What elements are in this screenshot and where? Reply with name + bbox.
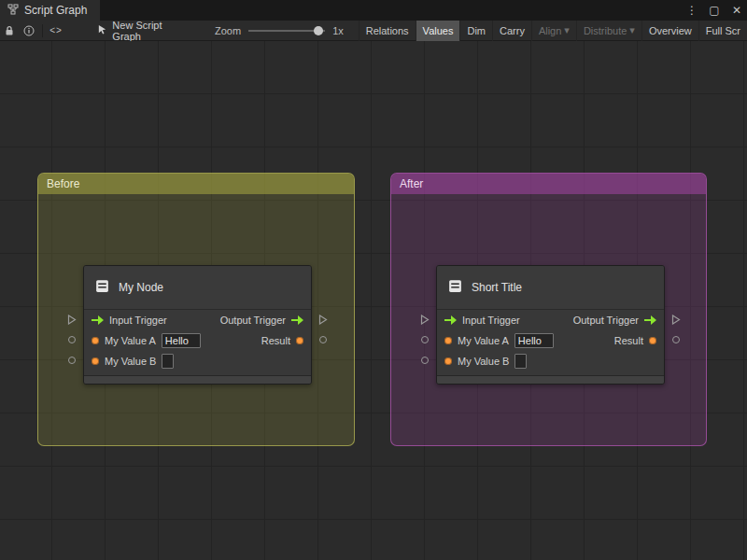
graph-cursor-icon — [97, 24, 107, 36]
output-trigger-port[interactable] — [318, 315, 328, 325]
input-trigger[interactable]: Input Trigger — [92, 315, 167, 326]
zoom-control: Zoom 1x — [215, 25, 344, 36]
value-b[interactable]: My Value B — [444, 354, 527, 369]
value-b[interactable]: My Value B — [92, 354, 174, 369]
node-footer — [437, 375, 664, 384]
lock-icon[interactable] — [0, 21, 19, 41]
value-a-port[interactable] — [421, 336, 429, 343]
chevron-down-icon: ▾ — [564, 24, 570, 36]
value-port-icon — [444, 337, 452, 344]
relations-button[interactable]: Relations — [359, 21, 416, 41]
node-title: My Node — [119, 281, 163, 294]
port-row-value-b: My Value B — [437, 351, 664, 371]
close-icon[interactable]: ✕ — [730, 4, 743, 17]
trigger-arrow-icon — [92, 315, 104, 325]
result[interactable]: Result — [261, 335, 303, 346]
value-a-port[interactable] — [68, 336, 76, 343]
output-trigger[interactable]: Output Trigger — [220, 315, 303, 326]
fullscreen-button[interactable]: Full Scr — [698, 21, 747, 41]
port-label: My Value B — [458, 356, 509, 367]
tab-script-graph[interactable]: Script Graph — [0, 0, 100, 21]
group-after[interactable]: After Short Title — [390, 173, 707, 446]
port-row-triggers: Input Trigger Output Trigger — [84, 310, 311, 330]
value-port-icon — [296, 337, 303, 344]
value-b-input[interactable] — [162, 354, 174, 369]
distribute-label: Distribute — [584, 25, 627, 36]
distribute-button[interactable]: Distribute ▾ — [576, 21, 641, 41]
port-label: Output Trigger — [573, 315, 639, 326]
toolbar-buttons: Relations Values Dim Carry Align ▾ Distr… — [359, 21, 747, 41]
node-short-title[interactable]: Short Title Input Trigger Output Trigger — [436, 265, 665, 385]
node-header[interactable]: Short Title — [437, 266, 664, 310]
chevron-down-icon: ▾ — [629, 24, 635, 36]
input-trigger-port[interactable] — [420, 315, 430, 325]
node-header[interactable]: My Node — [84, 266, 311, 310]
node-ports: Input Trigger Output Trigger My Valu — [84, 310, 311, 371]
trigger-arrow-icon — [444, 315, 457, 325]
unit-icon — [447, 278, 463, 298]
zoom-label: Zoom — [215, 25, 241, 36]
carry-button[interactable]: Carry — [492, 21, 531, 41]
port-label: Result — [614, 335, 643, 346]
toolbar-separator — [42, 24, 43, 37]
value-a[interactable]: My Value A — [444, 333, 554, 348]
value-a-input[interactable] — [514, 333, 554, 348]
port-row-value-b: My Value B — [84, 351, 311, 371]
value-b-port[interactable] — [421, 357, 429, 364]
maximize-icon[interactable]: ▢ — [708, 4, 721, 17]
node-ports: Input Trigger Output Trigger My Valu — [437, 310, 664, 371]
output-trigger[interactable]: Output Trigger — [573, 315, 656, 326]
align-button[interactable]: Align ▾ — [531, 21, 576, 41]
align-label: Align — [539, 25, 561, 36]
value-a-input[interactable] — [162, 333, 201, 348]
port-row-value-a: My Value A Result — [84, 330, 311, 351]
node-footer — [84, 375, 311, 384]
port-label: My Value A — [105, 335, 156, 346]
trigger-arrow-icon — [291, 315, 303, 325]
window-controls: ⋮ ▢ ✕ — [685, 0, 743, 21]
zoom-slider[interactable] — [248, 25, 325, 36]
input-trigger-port[interactable] — [67, 315, 77, 325]
tab-bar: Script Graph ⋮ ▢ ✕ — [0, 0, 747, 21]
graph-canvas[interactable]: Before My Node — [0, 41, 747, 560]
result[interactable]: Result — [614, 335, 656, 346]
group-title: Before — [47, 177, 79, 190]
value-port-icon — [92, 357, 99, 365]
graph-name-label: New Script Graph — [112, 20, 187, 42]
value-port-icon — [444, 357, 452, 365]
trigger-arrow-icon — [644, 315, 656, 325]
port-label: Output Trigger — [220, 315, 286, 326]
info-icon[interactable] — [19, 21, 37, 41]
value-port-icon — [649, 337, 656, 344]
zoom-slider-knob[interactable] — [314, 26, 323, 35]
script-graph-window: Script Graph ⋮ ▢ ✕ <> New Script Graph Z… — [0, 0, 747, 560]
tab-title: Script Graph — [24, 4, 87, 17]
group-title: After — [400, 177, 423, 190]
kebab-menu-icon[interactable]: ⋮ — [685, 4, 698, 17]
value-a[interactable]: My Value A — [92, 333, 201, 348]
dim-button[interactable]: Dim — [459, 21, 492, 41]
node-title: Short Title — [472, 281, 522, 294]
group-header[interactable]: After — [391, 174, 706, 194]
value-port-icon — [92, 337, 99, 344]
value-b-port[interactable] — [68, 357, 76, 364]
node-my-node[interactable]: My Node Input Trigger Output Trigger — [83, 265, 312, 385]
result-port[interactable] — [319, 336, 327, 343]
group-header[interactable]: Before — [38, 174, 354, 194]
graph-toolbar: <> New Script Graph Zoom 1x Relations Va… — [0, 21, 747, 41]
unit-icon — [94, 278, 110, 298]
input-trigger[interactable]: Input Trigger — [444, 315, 520, 326]
port-label: Result — [261, 335, 290, 346]
code-view-icon[interactable]: <> — [47, 21, 65, 41]
port-row-triggers: Input Trigger Output Trigger — [437, 310, 664, 330]
port-label: Input Trigger — [462, 315, 520, 326]
values-button[interactable]: Values — [416, 21, 460, 41]
overview-button[interactable]: Overview — [641, 21, 698, 41]
port-label: Input Trigger — [109, 315, 167, 326]
value-b-input[interactable] — [514, 354, 527, 369]
output-trigger-port[interactable] — [671, 315, 681, 325]
graph-name[interactable]: New Script Graph — [97, 20, 187, 42]
result-port[interactable] — [672, 336, 680, 343]
script-graph-icon — [7, 4, 19, 18]
group-before[interactable]: Before My Node — [37, 173, 355, 446]
